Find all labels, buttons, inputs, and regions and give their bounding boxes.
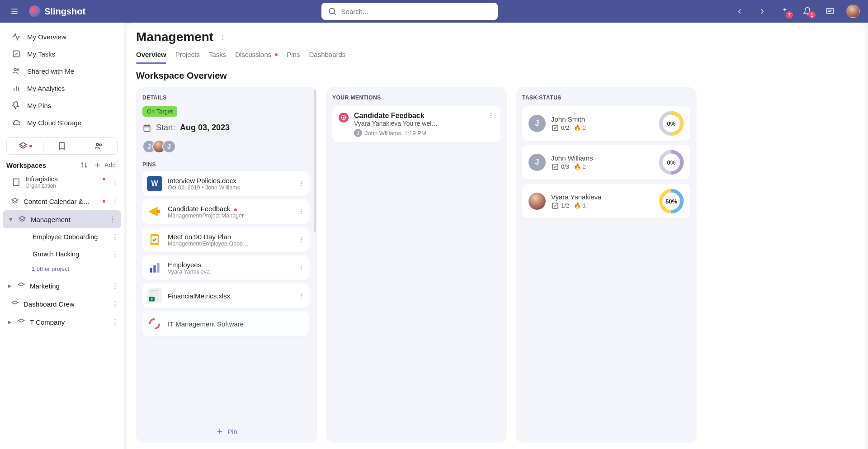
details-head: DETAILS	[142, 95, 311, 101]
sidebar-item-cloud[interactable]: My Cloud Storage	[0, 114, 124, 131]
search-box[interactable]	[321, 3, 498, 20]
more-icon[interactable]: ⋮	[107, 213, 118, 225]
more-icon[interactable]: ⋮	[298, 236, 304, 243]
svg-marker-28	[18, 283, 24, 286]
pin-item[interactable]: X FinancialMetrics.xlsx ⋮	[142, 284, 309, 308]
sidebar-item-overview[interactable]: My Overview	[0, 28, 124, 45]
status-pill[interactable]: On Target	[142, 106, 177, 117]
search-input[interactable]	[341, 8, 491, 15]
svg-point-10	[18, 69, 19, 70]
tree-item-content-calendar[interactable]: Content Calendar &… ⋮	[0, 192, 124, 210]
task-status-row[interactable]: J John Williams 0/3 🔥 2 0%	[522, 145, 690, 180]
svg-text:X: X	[151, 297, 153, 301]
more-icon[interactable]: ⋮	[110, 316, 120, 328]
tree-item-growth-hacking[interactable]: Growth Hacking ⋮	[0, 246, 124, 263]
user-avatar[interactable]	[846, 5, 860, 18]
sort-icon[interactable]	[80, 161, 88, 169]
more-icon[interactable]: ⋮	[110, 176, 120, 188]
other-projects-link[interactable]: 1 other project	[0, 263, 124, 277]
check-square-icon	[12, 49, 21, 58]
tab-overview[interactable]: Overview	[136, 47, 166, 64]
topbar: Slingshot 7 1	[0, 0, 868, 23]
tree-org[interactable]: Infragistics Organization ⋮	[0, 172, 124, 192]
scrollbar[interactable]	[314, 87, 316, 232]
chevron-right-icon[interactable]: ▸	[8, 282, 13, 290]
tree-item-employee-onboarding[interactable]: Employee Onboarding ⋮	[0, 228, 124, 246]
view-tab-bookmark[interactable]	[43, 138, 80, 154]
sparkle-button[interactable]: 7	[778, 5, 791, 18]
word-file-icon: W	[147, 176, 162, 191]
tab-discussions[interactable]: Discussions	[235, 47, 278, 64]
add-workspace-button[interactable]: Add	[94, 161, 116, 169]
sidebar-item-label: My Analytics	[27, 85, 65, 92]
more-icon[interactable]: ⋮	[488, 112, 494, 119]
pin-item[interactable]: EmployeesVyara Yanakieva ⋮	[142, 255, 309, 280]
tree-item-management[interactable]: ▾ Management ⋮	[3, 210, 121, 228]
progress-donut: 0%	[659, 111, 684, 136]
pin-item[interactable]: Meet on 90 Day PlanManagement/Employee O…	[142, 227, 309, 252]
page-more-button[interactable]: ⋮	[220, 33, 226, 41]
pin-item[interactable]: IT Management Software	[142, 312, 309, 336]
fire-count: 🔥 1	[574, 202, 586, 209]
page-tabs: Overview Projects Tasks Discussions Pins…	[133, 47, 859, 64]
tree-item-t-company[interactable]: ▸ T Company ⋮	[0, 313, 124, 331]
more-icon[interactable]: ⋮	[298, 208, 304, 215]
tree-item-marketing[interactable]: ▸ Marketing ⋮	[0, 277, 124, 295]
progress-donut: 50%	[659, 189, 684, 214]
brand[interactable]: Slingshot	[29, 5, 85, 17]
sidebar-item-pins[interactable]: My Pins	[0, 97, 124, 114]
layers-icon	[11, 300, 19, 308]
task-status-row[interactable]: Vyara Yanakieva 1/2 🔥 1 50%	[522, 184, 690, 218]
mention-item[interactable]: Candidate Feedback Vyara Yanakieva You'r…	[332, 106, 500, 142]
more-icon[interactable]: ⋮	[298, 264, 304, 271]
workspaces-title: Workspaces	[6, 161, 46, 169]
tab-pins[interactable]: Pins	[287, 47, 300, 64]
view-tab-people[interactable]	[80, 138, 117, 154]
page-title: Management	[136, 30, 213, 44]
pin-item[interactable]: W Interview Policies.docxOct 02, 2019 • …	[142, 171, 309, 196]
avatar: J	[528, 154, 546, 171]
view-tab-layers[interactable]	[7, 138, 43, 154]
nav-forward-button[interactable]	[756, 5, 769, 18]
more-icon[interactable]: ⋮	[110, 280, 120, 292]
svg-point-44	[150, 319, 160, 329]
pin-item[interactable]: Candidate Feedback Management/Project Ma…	[142, 199, 309, 224]
more-icon[interactable]: ⋮	[298, 292, 304, 299]
more-icon[interactable]: ⋮	[110, 298, 120, 310]
notifications-button[interactable]: 1	[801, 5, 814, 18]
nav-back-button[interactable]	[733, 5, 746, 18]
add-pin-button[interactable]: Pin	[142, 423, 311, 435]
tab-dashboards[interactable]: Dashboards	[309, 47, 345, 64]
sidebar-item-shared[interactable]: Shared with Me	[0, 62, 124, 80]
sidebar-item-analytics[interactable]: My Analytics	[0, 80, 124, 97]
building-icon	[12, 178, 21, 187]
tab-tasks[interactable]: Tasks	[209, 47, 226, 64]
section-title: Workspace Overview	[136, 71, 856, 81]
task-status-row[interactable]: J John Smith 0/2 🔥 2 0%	[522, 106, 690, 141]
hamburger-menu[interactable]	[8, 5, 21, 18]
target-icon	[339, 113, 349, 123]
svg-point-15	[96, 143, 99, 146]
sidebar-item-tasks[interactable]: My Tasks	[0, 45, 124, 62]
chevron-right-icon[interactable]: ▸	[8, 318, 13, 326]
bookmark-icon	[57, 142, 66, 151]
tab-projects[interactable]: Projects	[175, 47, 200, 64]
calendar-icon	[142, 123, 151, 132]
more-icon[interactable]: ⋮	[110, 249, 120, 260]
chevron-down-icon[interactable]: ▾	[9, 215, 14, 223]
tree-item-dashboard-crew[interactable]: Dashboard Crew ⋮	[0, 295, 124, 313]
more-icon[interactable]: ⋮	[110, 195, 120, 207]
pin-list: W Interview Policies.docxOct 02, 2019 • …	[142, 171, 311, 423]
more-icon[interactable]: ⋮	[298, 180, 304, 187]
member-avatars[interactable]: J J	[142, 140, 311, 153]
more-icon[interactable]: ⋮	[110, 232, 120, 242]
fire-count: 🔥 2	[574, 163, 586, 170]
sidebar-item-label: My Tasks	[27, 50, 55, 58]
svg-marker-30	[18, 319, 24, 322]
chat-button[interactable]	[824, 5, 836, 18]
details-panel: DETAILS On Target Start: Aug 03, 2023 J …	[136, 87, 317, 443]
svg-point-48	[343, 117, 344, 118]
cloud-icon	[12, 118, 21, 127]
unread-dot	[103, 200, 105, 203]
sidebar-view-tabs	[6, 137, 118, 155]
